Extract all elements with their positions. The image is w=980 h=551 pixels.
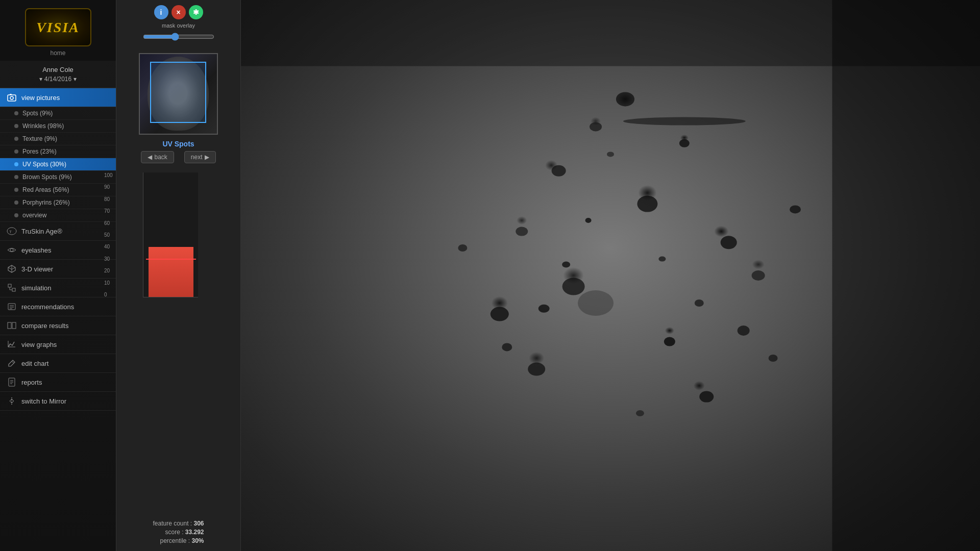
svg-point-30 [721, 236, 737, 249]
logo[interactable]: VISIA [25, 8, 91, 46]
svg-rect-0 [8, 95, 16, 101]
sidebar-sub-wrinkles[interactable]: Wrinkles (98%) [0, 120, 116, 133]
app-logo-text: VISIA [36, 19, 80, 36]
patient-date: ▾ 4/14/2016 ▾ [8, 76, 108, 83]
truskin-icon: T [6, 226, 17, 237]
dot-wrinkles [14, 124, 18, 128]
svg-point-37 [458, 244, 467, 252]
sidebar-sub-porphyrins[interactable]: Porphyrins (26%) [0, 196, 116, 209]
svg-point-39 [607, 152, 614, 157]
sidebar-item-truskin[interactable]: T TruSkin Age® [0, 222, 116, 241]
mask-overlay-label: mask overlay [162, 22, 195, 29]
sidebar-sub-texture[interactable]: Texture (9%) [0, 133, 116, 145]
mask-overlay-area: i × ✱ mask overlay [116, 0, 240, 53]
sidebar-item-view-graphs[interactable]: view graphs [0, 335, 116, 354]
face-canvas [241, 0, 980, 551]
sidebar-item-compare-results[interactable]: compare results [0, 316, 116, 335]
svg-point-28 [637, 196, 657, 212]
percentile-stat: percentile : 30% [153, 537, 204, 544]
sidebar-sub-spots[interactable]: Spots (9%) [0, 107, 116, 120]
next-arrow-icon: ▶ [205, 154, 209, 161]
eyelashes-label: eyelashes [21, 246, 52, 254]
mask-settings-button[interactable]: ✱ [189, 5, 203, 19]
svg-point-24 [616, 92, 634, 106]
home-label[interactable]: home [50, 49, 65, 57]
center-panel: i × ✱ mask overlay UV Spots ◀ back next … [116, 0, 241, 551]
rec-icon [6, 301, 17, 312]
svg-point-29 [516, 227, 528, 236]
bar-chart [143, 172, 198, 297]
y-axis-labels: 100 90 80 70 60 50 40 30 20 10 0 [104, 172, 113, 297]
opacity-slider[interactable] [143, 33, 214, 41]
dot-texture [14, 137, 18, 141]
svg-point-49 [623, 117, 746, 126]
sidebar-sub-red-areas[interactable]: Red Areas (56%) [0, 184, 116, 196]
feature-count-stat: feature count : 306 [153, 520, 204, 527]
dot-uv-spots [14, 162, 18, 166]
sidebar-sub-overview[interactable]: overview [0, 209, 116, 222]
sidebar-sub-brown-spots[interactable]: Brown Spots (9%) [0, 171, 116, 184]
mask-close-button[interactable]: × [172, 5, 186, 19]
svg-point-34 [664, 337, 675, 346]
edit-icon [6, 358, 17, 369]
view-graphs-label: view graphs [21, 341, 57, 348]
score-label: score : [165, 529, 183, 536]
svg-point-5 [10, 248, 13, 252]
sidebar-item-simulation[interactable]: simulation [0, 279, 116, 297]
logo-area: VISIA home [0, 0, 116, 61]
cube-icon [6, 263, 17, 274]
svg-point-41 [695, 299, 704, 307]
score-stat: score : 33.292 [153, 529, 204, 536]
dot-red-areas [14, 188, 18, 192]
sidebar-item-edit-chart[interactable]: edit chart [0, 354, 116, 373]
svg-point-36 [699, 391, 714, 403]
sidebar: VISIA home Anne Cole ▾ 4/14/2016 ▾ view … [0, 0, 116, 551]
spot-overlay-svg [241, 0, 980, 551]
svg-point-26 [679, 139, 690, 147]
thumbnail-container[interactable] [139, 53, 218, 135]
dot-porphyrins [14, 201, 18, 205]
svg-point-27 [552, 165, 566, 177]
report-icon [6, 377, 17, 388]
compare-icon [6, 320, 17, 331]
3d-viewer-label: 3-D viewer [21, 265, 53, 273]
back-button[interactable]: ◀ back [141, 151, 174, 163]
sidebar-item-3d-viewer[interactable]: 3-D viewer [0, 260, 116, 279]
feature-count-value: 306 [194, 520, 204, 527]
svg-point-48 [769, 355, 778, 362]
svg-point-25 [590, 122, 602, 131]
sidebar-item-recommendations[interactable]: recommendations [0, 297, 116, 316]
svg-point-40 [562, 261, 570, 267]
svg-point-38 [790, 205, 801, 213]
svg-rect-2 [10, 94, 12, 95]
percentile-label: percentile : [160, 537, 190, 544]
sidebar-item-reports[interactable]: reports [0, 373, 116, 392]
svg-point-33 [752, 270, 765, 281]
svg-point-42 [502, 343, 512, 351]
sidebar-sub-uv-spots[interactable]: UV Spots (30%) [0, 158, 116, 171]
percentile-line [146, 259, 196, 260]
svg-point-44 [636, 410, 644, 416]
dot-spots [14, 111, 18, 115]
graph-icon [6, 339, 17, 350]
svg-point-43 [738, 325, 750, 336]
svg-rect-6 [8, 284, 11, 287]
sidebar-item-view-pictures[interactable]: view pictures [0, 88, 116, 107]
uv-face-image [241, 0, 980, 551]
back-arrow-icon: ◀ [148, 154, 152, 161]
next-button[interactable]: next ▶ [184, 151, 216, 163]
svg-rect-15 [12, 322, 16, 329]
svg-rect-14 [8, 322, 11, 329]
svg-line-18 [12, 361, 14, 363]
svg-rect-7 [12, 288, 15, 291]
sidebar-item-switch-mirror[interactable]: switch to Mirror [0, 392, 116, 411]
percentile-value: 30% [192, 537, 204, 544]
thumbnail-image [140, 54, 217, 134]
sidebar-sub-pores[interactable]: Pores (23%) [0, 145, 116, 158]
svg-point-32 [491, 307, 509, 321]
sidebar-item-eyelashes[interactable]: eyelashes [0, 241, 116, 260]
feature-count-label: feature count : [153, 520, 192, 527]
mask-info-button[interactable]: i [154, 5, 168, 19]
switch-mirror-label: switch to Mirror [21, 397, 66, 405]
nav-menu: view pictures Spots (9%) Wrinkles (98%) … [0, 88, 116, 551]
